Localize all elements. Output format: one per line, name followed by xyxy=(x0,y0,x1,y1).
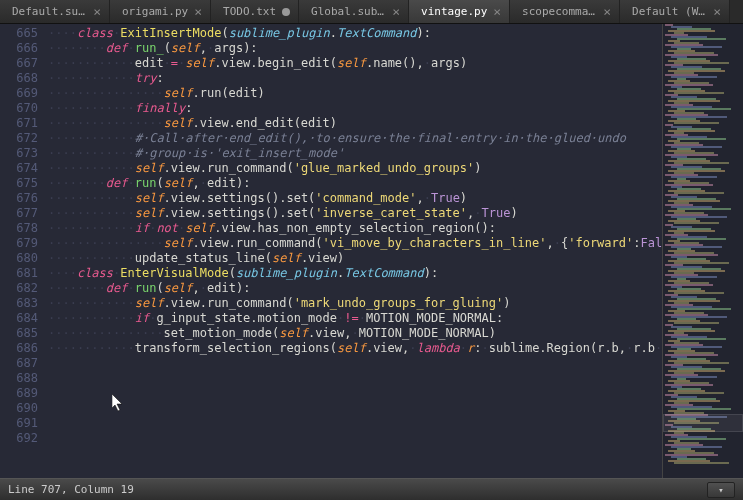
tab-bar: Default.sublim×origami.py×TODO.txtGlobal… xyxy=(0,0,743,24)
code-line[interactable]: ············self.view.settings().set('in… xyxy=(48,206,662,221)
minimap-line xyxy=(677,138,726,140)
minimap-line xyxy=(674,222,719,224)
tab-5[interactable]: scopecommand× xyxy=(510,0,620,23)
code-line[interactable]: ············self.view.settings().set('co… xyxy=(48,191,662,206)
code-line[interactable]: ············edit·=·self.view.begin_edit(… xyxy=(48,56,662,71)
tab-label: vintage.py xyxy=(421,5,487,18)
minimap-line xyxy=(677,308,731,310)
line-number: 677 xyxy=(6,206,38,221)
minimap-line xyxy=(677,438,726,440)
line-number: 665 xyxy=(6,26,38,41)
tab-label: scopecommand xyxy=(522,5,597,18)
tab-3[interactable]: Global.sublim× xyxy=(299,0,409,23)
minimap-line xyxy=(677,238,726,240)
line-number: 684 xyxy=(6,311,38,326)
code-line[interactable]: ················self.view.end_edit(edit) xyxy=(48,116,662,131)
tab-2[interactable]: TODO.txt xyxy=(211,0,299,23)
line-number: 669 xyxy=(6,86,38,101)
line-number: 678 xyxy=(6,221,38,236)
code-line[interactable]: ················set_motion_mode(self.vie… xyxy=(48,326,662,341)
line-number: 691 xyxy=(6,416,38,431)
code-line[interactable]: ············transform_selection_regions(… xyxy=(48,341,662,356)
code-line[interactable]: ············update_status_line(self.view… xyxy=(48,251,662,266)
editor-area: 6656666676686696706716726736746756766776… xyxy=(0,24,743,478)
line-number: 670 xyxy=(6,101,38,116)
code-line[interactable]: ············finally: xyxy=(48,101,662,116)
line-number: 689 xyxy=(6,386,38,401)
tab-label: Global.sublim xyxy=(311,5,386,18)
line-number: 683 xyxy=(6,296,38,311)
minimap-line xyxy=(677,108,731,110)
code-line[interactable]: ············#·group·is·'exit_insert_mode… xyxy=(48,146,662,161)
minimap-viewport[interactable] xyxy=(663,414,743,432)
minimap-line xyxy=(677,408,731,410)
code-line[interactable]: ············#·Call·after·end_edit(),·to·… xyxy=(48,131,662,146)
tab-0[interactable]: Default.sublim× xyxy=(0,0,110,23)
line-number: 672 xyxy=(6,131,38,146)
code-line[interactable]: ············self.view.run_command('glue_… xyxy=(48,161,662,176)
minimap-line xyxy=(677,38,726,40)
code-area[interactable]: ····class·ExitInsertMode(sublime_plugin.… xyxy=(48,24,663,478)
line-number: 692 xyxy=(6,431,38,446)
minimap-line xyxy=(674,192,724,194)
close-icon[interactable]: × xyxy=(392,5,400,18)
minimap-line xyxy=(674,322,719,324)
minimap-line xyxy=(677,208,731,210)
line-number: 681 xyxy=(6,266,38,281)
code-line[interactable]: ····class·ExitInsertMode(sublime_plugin.… xyxy=(48,26,662,41)
editor-window: Default.sublim×origami.py×TODO.txtGlobal… xyxy=(0,0,743,500)
tab-label: TODO.txt xyxy=(223,5,276,18)
code-line[interactable]: ················self.run(edit) xyxy=(48,86,662,101)
close-icon[interactable]: × xyxy=(194,5,202,18)
code-line[interactable]: ············self.view.run_command('mark_… xyxy=(48,296,662,311)
code-line[interactable]: ············try: xyxy=(48,71,662,86)
line-number: 679 xyxy=(6,236,38,251)
code-line[interactable]: ····class·EnterVisualMode(sublime_plugin… xyxy=(48,266,662,281)
minimap-line xyxy=(674,392,724,394)
status-menu-button[interactable]: ▾ xyxy=(707,482,735,498)
code-line[interactable]: ············if·not·self.view.has_non_emp… xyxy=(48,221,662,236)
close-icon[interactable]: × xyxy=(713,5,721,18)
line-number: 688 xyxy=(6,371,38,386)
minimap-line xyxy=(674,92,724,94)
minimap-line xyxy=(674,462,729,464)
line-number: 671 xyxy=(6,116,38,131)
tab-4[interactable]: vintage.py× xyxy=(409,0,510,23)
line-number: 668 xyxy=(6,71,38,86)
line-number: 675 xyxy=(6,176,38,191)
line-number: 666 xyxy=(6,41,38,56)
line-gutter: 6656666676686696706716726736746756766776… xyxy=(0,24,48,478)
code-line[interactable]: ········def·run(self,·edit): xyxy=(48,176,662,191)
code-line[interactable]: ················self.view.run_command('v… xyxy=(48,236,662,251)
line-number: 687 xyxy=(6,356,38,371)
dirty-indicator-icon xyxy=(282,8,290,16)
tab-6[interactable]: Default (Wind× xyxy=(620,0,730,23)
minimap-line xyxy=(677,338,726,340)
close-icon[interactable]: × xyxy=(93,5,101,18)
line-number: 667 xyxy=(6,56,38,71)
close-icon[interactable]: × xyxy=(603,5,611,18)
line-number: 685 xyxy=(6,326,38,341)
tab-label: Default.sublim xyxy=(12,5,87,18)
line-number: 686 xyxy=(6,341,38,356)
code-line[interactable]: ········def·run(self,·edit): xyxy=(48,281,662,296)
line-number: 680 xyxy=(6,251,38,266)
minimap-line xyxy=(674,122,719,124)
code-line[interactable]: ········def·run_(self,·args): xyxy=(48,41,662,56)
close-icon[interactable]: × xyxy=(493,5,501,18)
status-bar: Line 707, Column 19 ▾ xyxy=(0,478,743,500)
minimap[interactable] xyxy=(663,24,743,478)
line-number: 690 xyxy=(6,401,38,416)
status-position: Line 707, Column 19 xyxy=(8,483,134,496)
line-number: 676 xyxy=(6,191,38,206)
line-number: 673 xyxy=(6,146,38,161)
tab-label: origami.py xyxy=(122,5,188,18)
line-number: 674 xyxy=(6,161,38,176)
tab-label: Default (Wind xyxy=(632,5,707,18)
line-number: 682 xyxy=(6,281,38,296)
minimap-line xyxy=(674,292,724,294)
tab-1[interactable]: origami.py× xyxy=(110,0,211,23)
code-line[interactable]: ············if·g_input_state.motion_mode… xyxy=(48,311,662,326)
